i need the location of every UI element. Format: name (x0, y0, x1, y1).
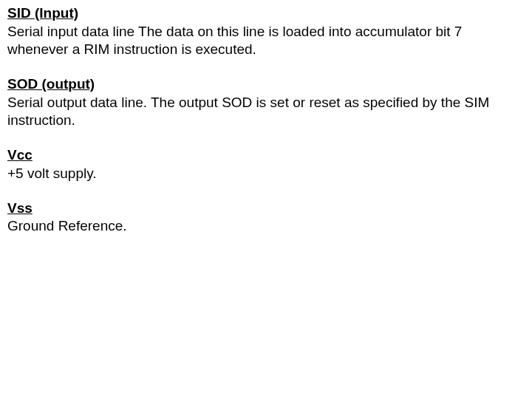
section-vcc: Vcc +5 volt supply. (7, 146, 525, 183)
heading-vcc: Vcc (7, 146, 525, 165)
section-sid: SID (Input) Serial input data line The d… (7, 4, 525, 59)
section-sod: SOD (output) Serial output data line. Th… (7, 75, 525, 130)
body-sid: Serial input data line The data on this … (7, 23, 525, 59)
heading-sod: SOD (output) (7, 75, 525, 94)
body-sod: Serial output data line. The output SOD … (7, 94, 525, 130)
body-vss: Ground Reference. (7, 217, 525, 236)
heading-sid: SID (Input) (7, 4, 525, 23)
body-vcc: +5 volt supply. (7, 165, 525, 183)
section-vss: Vss Ground Reference. (7, 200, 525, 236)
heading-vss: Vss (7, 200, 525, 218)
